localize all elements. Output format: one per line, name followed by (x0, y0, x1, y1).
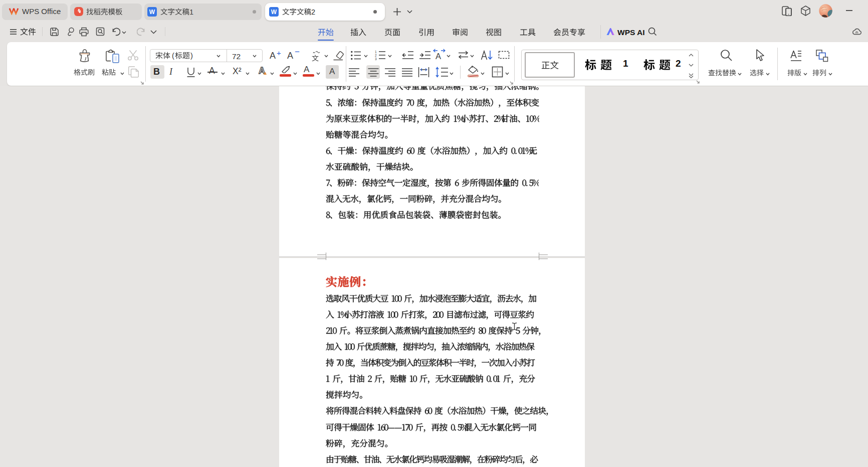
svg-text:2: 2 (375, 54, 377, 57)
svg-text:W: W (271, 9, 277, 16)
svg-text:3: 3 (375, 57, 377, 61)
svg-text:W: W (149, 9, 155, 16)
